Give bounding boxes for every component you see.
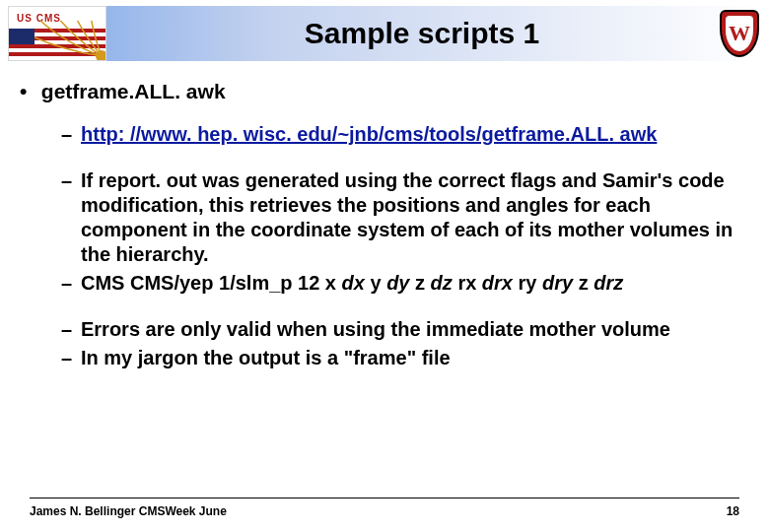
content-area: • getframe.ALL. awk – http: //www. hep. … xyxy=(20,79,739,392)
italic-var: dry xyxy=(542,272,573,294)
dash-icon: – xyxy=(61,346,81,370)
sub-list: – http: //www. hep. wisc. edu/~jnb/cms/t… xyxy=(61,122,739,370)
slide-title: Sample scripts 1 xyxy=(106,17,718,50)
flag-canton xyxy=(9,29,35,44)
sub-bullet-link: – http: //www. hep. wisc. edu/~jnb/cms/t… xyxy=(61,122,739,147)
plain-text: z xyxy=(573,272,594,294)
bullet-level1: • getframe.ALL. awk xyxy=(20,79,739,104)
footer-page-number: 18 xyxy=(727,504,739,518)
sub-bullet-text: CMS CMS/yep 1/slm_p 12 x dx y dy z dz rx… xyxy=(81,271,739,296)
sub-bullet-output: – CMS CMS/yep 1/slm_p 12 x dx y dy z dz … xyxy=(61,271,739,296)
bullet-level1-text: getframe.ALL. awk xyxy=(41,80,226,102)
cms-rays-icon xyxy=(35,21,105,60)
crest-letter: W xyxy=(729,21,750,46)
plain-text: ry xyxy=(513,272,542,294)
plain-text: CMS CMS/yep 1/slm_p 12 x xyxy=(81,272,342,294)
sub-bullet-text: In my jargon the output is a "frame" fil… xyxy=(81,346,739,370)
title-bar: US CMS Sample scripts 1 xyxy=(8,6,761,61)
dash-icon: – xyxy=(61,122,81,147)
sub-bullet-text: If report. out was generated using the c… xyxy=(81,168,739,267)
italic-var: drz xyxy=(594,272,623,294)
sub-bullet-desc: – If report. out was generated using the… xyxy=(61,168,739,267)
dash-icon: – xyxy=(61,168,81,267)
bullet-dot-icon: • xyxy=(20,79,35,104)
dash-icon: – xyxy=(61,271,81,296)
slide: US CMS Sample scripts 1 xyxy=(0,0,769,532)
italic-var: dz xyxy=(431,272,453,294)
dash-icon: – xyxy=(61,317,81,342)
sub-bullet-errors: – Errors are only valid when using the i… xyxy=(61,317,739,342)
italic-var: dy xyxy=(386,272,409,294)
plain-text: y xyxy=(365,272,386,294)
footer-author: James N. Bellinger CMSWeek June xyxy=(30,504,227,518)
script-url-link[interactable]: http: //www. hep. wisc. edu/~jnb/cms/too… xyxy=(81,123,657,145)
crest-shield-icon: W xyxy=(720,10,759,57)
footer: James N. Bellinger CMSWeek June 18 xyxy=(30,498,739,518)
sub-bullet-jargon: – In my jargon the output is a "frame" f… xyxy=(61,346,739,370)
italic-var: drx xyxy=(482,272,513,294)
uscms-logo: US CMS xyxy=(8,6,106,61)
italic-var: dx xyxy=(342,272,365,294)
footer-rule xyxy=(30,498,739,499)
sub-bullet-text: Errors are only valid when using the imm… xyxy=(81,317,739,342)
uw-crest: W xyxy=(718,6,761,61)
plain-text: rx xyxy=(453,272,482,294)
plain-text: z xyxy=(409,272,430,294)
